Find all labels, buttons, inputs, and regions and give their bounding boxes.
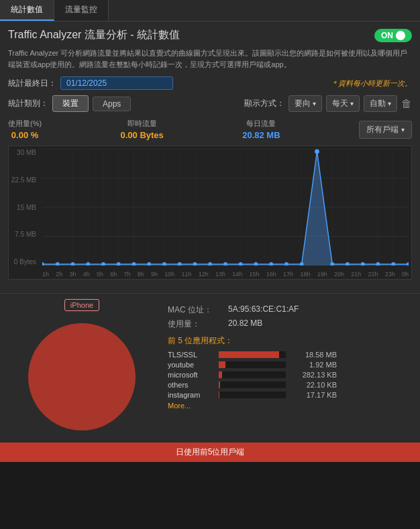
svg-point-30 <box>42 262 44 266</box>
app-name-3: others <box>168 381 215 389</box>
x-axis: 1h 2h 3h 4h 5h 6h 7h 8h 9h 10h 11h 12h 1… <box>42 271 409 278</box>
app-size-0: 18.58 MB <box>290 351 337 359</box>
chart-container: 30 MB 22.5 MB 15 MB 7.5 MB 0 Bytes <box>8 145 412 280</box>
cat-left: 統計類別： 裝置 Apps <box>8 95 131 112</box>
app-row-0: TLS/SSL 18.58 MB <box>168 351 407 359</box>
description-text: Traffic Analyzer 可分析網路流量並將結果以直覺式的曲線圖方式呈現… <box>8 48 412 70</box>
app-row-3: others 22.10 KB <box>168 381 407 389</box>
app-name-0: TLS/SSL <box>168 351 215 359</box>
usage-key: 使用量： <box>168 318 228 330</box>
usage-stat: 使用量(%) 0.00 % <box>8 119 42 140</box>
header-row: Traffic Analyzer 流量分析 - 統計數值 ON <box>8 28 412 42</box>
app-bar-3 <box>219 381 220 388</box>
period-select[interactable]: 每天 <box>326 95 360 112</box>
mac-value: 5A:95:63:CE:C1:AF <box>228 304 299 316</box>
app-size-1: 1.92 MB <box>290 361 337 369</box>
realtime-stat: 即時流量 0.00 Bytes <box>121 119 164 140</box>
date-label: 統計最終日： <box>8 78 56 89</box>
app-row-1: youtube 1.92 MB <box>168 361 407 369</box>
usage-value: 20.82 MB <box>228 318 262 330</box>
tab-statistics[interactable]: 統計數值 <box>0 0 54 21</box>
app-bar-container-3 <box>219 381 286 388</box>
y-label-4: 7.5 MB <box>9 231 36 238</box>
app-name-2: microsoft <box>168 371 215 379</box>
app-bar-container-0 <box>219 351 286 358</box>
svg-point-45 <box>269 262 273 266</box>
app-row-4: instagram 17.17 KB <box>168 391 407 399</box>
svg-point-44 <box>254 262 258 266</box>
app-bar-1 <box>219 361 225 368</box>
svg-point-37 <box>147 262 151 266</box>
date-row: 統計最終日： ＊資料每小時更新一次。 <box>8 76 412 90</box>
app-bar-container-2 <box>219 371 286 378</box>
page-title: Traffic Analyzer 流量分析 - 統計數值 <box>8 28 180 42</box>
svg-point-32 <box>71 262 75 266</box>
stats-bar: 使用量(%) 0.00 % 即時流量 0.00 Bytes 每日流量 20.82… <box>8 119 412 140</box>
y-label-3: 15 MB <box>9 204 36 211</box>
user-dropdown[interactable]: 所有戶端 <box>359 121 412 139</box>
chart-plot <box>42 149 409 266</box>
svg-point-43 <box>239 262 243 266</box>
svg-point-53 <box>391 262 395 266</box>
svg-point-33 <box>86 262 90 266</box>
svg-point-52 <box>376 262 380 266</box>
app-size-4: 17.17 KB <box>290 391 337 399</box>
device-label: iPhone <box>64 299 99 311</box>
y-axis: 30 MB 22.5 MB 15 MB 7.5 MB 0 Bytes <box>9 146 39 266</box>
device-info: MAC 位址： 5A:95:63:CE:C1:AF 使用量： 20.82 MB … <box>162 299 412 437</box>
tab-traffic-monitor[interactable]: 流量監控 <box>54 0 109 21</box>
update-note: ＊資料每小時更新一次。 <box>331 78 412 89</box>
bottom-panel: iPhone MAC 位址： 5A:95:63:CE:C1:AF 使用量： 20… <box>0 293 420 443</box>
app-bar-0 <box>219 351 279 358</box>
display-right: 顯示方式： 要向 每天 自動 🗑 <box>244 95 412 112</box>
auto-select[interactable]: 自動 <box>364 95 397 112</box>
mac-row: MAC 位址： 5A:95:63:CE:C1:AF <box>168 304 407 316</box>
pie-section: iPhone <box>8 299 156 437</box>
svg-point-54 <box>407 262 409 266</box>
svg-point-36 <box>132 262 136 266</box>
app-row-2: microsoft 282.13 KB <box>168 371 407 379</box>
cat-label: 統計類別： <box>8 98 48 109</box>
svg-point-51 <box>361 262 365 266</box>
trash-icon[interactable]: 🗑 <box>401 98 412 110</box>
svg-point-46 <box>284 262 288 266</box>
tab-bar: 統計數值 流量監控 <box>0 0 420 21</box>
toggle-button[interactable]: ON <box>374 29 412 42</box>
y-label-bottom: 0 Bytes <box>9 258 36 266</box>
display-label: 顯示方式： <box>244 98 284 109</box>
usage-row: 使用量： 20.82 MB <box>168 318 407 330</box>
svg-point-31 <box>56 262 60 266</box>
svg-point-39 <box>178 262 182 266</box>
direction-select[interactable]: 要向 <box>288 95 322 112</box>
device-button[interactable]: 裝置 <box>52 95 89 112</box>
apps-button[interactable]: Apps <box>93 97 131 111</box>
footer-bar: 日使用前5位用戶端 <box>0 443 420 462</box>
app-size-2: 282.13 KB <box>290 371 337 379</box>
app-bar-container-4 <box>219 392 286 398</box>
app-name-4: instagram <box>168 391 215 399</box>
svg-point-35 <box>117 262 121 266</box>
y-label-top: 30 MB <box>9 149 36 156</box>
svg-point-50 <box>346 262 350 266</box>
y-label-2: 22.5 MB <box>9 176 36 184</box>
app-bar-2 <box>219 371 222 378</box>
mac-key: MAC 位址： <box>168 304 228 316</box>
svg-point-55 <box>28 323 136 430</box>
app-size-3: 22.10 KB <box>290 381 337 389</box>
app-bar-container-1 <box>219 361 286 368</box>
svg-point-41 <box>208 262 212 266</box>
date-input[interactable] <box>60 76 173 90</box>
svg-point-34 <box>101 262 105 266</box>
daily-stat: 每日流量 20.82 MB <box>242 119 280 140</box>
category-row: 統計類別： 裝置 Apps 顯示方式： 要向 每天 自動 🗑 <box>8 95 412 112</box>
app-name-1: youtube <box>168 361 215 369</box>
apps-title: 前 5 位應用程式： <box>168 335 407 347</box>
main-content: Traffic Analyzer 流量分析 - 統計數值 ON Traffic … <box>0 21 420 293</box>
more-link[interactable]: More... <box>168 402 407 410</box>
pie-chart <box>21 316 142 437</box>
svg-point-42 <box>223 262 227 266</box>
svg-point-38 <box>162 262 166 266</box>
app-bar-4 <box>219 392 219 398</box>
svg-point-40 <box>193 262 197 266</box>
svg-point-48 <box>315 150 319 154</box>
